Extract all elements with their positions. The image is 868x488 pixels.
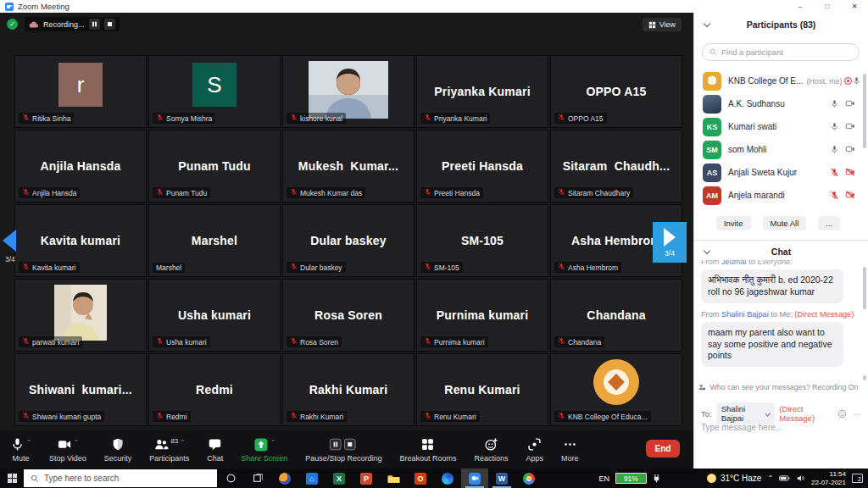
- language-indicator[interactable]: EN: [598, 474, 609, 483]
- video-tile[interactable]: Kavita kumari Kavita kumari: [14, 204, 147, 277]
- more-options-button[interactable]: ...: [818, 216, 840, 230]
- participant-row[interactable]: KNB College Of E...(Host, me): [694, 69, 862, 92]
- taskbar-zoom-icon[interactable]: [461, 469, 488, 488]
- end-meeting-button[interactable]: End: [646, 440, 680, 458]
- video-tile[interactable]: Renu Kumari Renu Kumari: [416, 353, 548, 426]
- muted-mic-icon: [290, 188, 298, 197]
- taskbar-chrome-icon[interactable]: [515, 469, 542, 488]
- chat-scrollbar-dot[interactable]: [863, 375, 866, 380]
- video-tile[interactable]: kishore kunal: [282, 55, 415, 128]
- taskbar-store-icon[interactable]: ⌂: [298, 469, 326, 488]
- taskbar-file-explorer-icon[interactable]: [380, 469, 407, 488]
- participants-scrollbar[interactable]: [863, 74, 866, 148]
- video-tile[interactable]: Priyanka Kumari Priyanka Kumari: [416, 55, 548, 128]
- toolbar-share-screen-button[interactable]: ⌃Share Screen: [241, 437, 287, 463]
- toolbar-apps-button[interactable]: Apps: [526, 437, 543, 463]
- muted-mic-icon: [290, 114, 298, 123]
- chat-sender: Jeumai: [721, 260, 747, 266]
- participant-row[interactable]: A.K. Sudhansu: [694, 92, 862, 115]
- invite-button[interactable]: Invite: [716, 216, 751, 230]
- chevron-up-icon[interactable]: ⌃: [74, 439, 79, 446]
- maximize-button[interactable]: □: [814, 0, 841, 13]
- video-tile[interactable]: Usha kumari Usha kumari: [148, 279, 281, 352]
- stop-recording-button[interactable]: [104, 19, 115, 30]
- previous-page-arrow[interactable]: [3, 230, 16, 252]
- video-tile[interactable]: KNB College Of Educa...: [550, 353, 682, 426]
- participant-row[interactable]: ASAnjali Sweta Kujur: [694, 161, 862, 184]
- encryption-shield-icon[interactable]: ✓: [7, 19, 18, 30]
- video-tile[interactable]: Anjila Hansda Anjila Hansda: [14, 130, 147, 202]
- video-tile[interactable]: Sitaram Chaudh... Sitaram Chaudhary: [550, 130, 682, 202]
- taskbar-word-icon[interactable]: W: [488, 469, 515, 488]
- notification-icon[interactable]: 2: [852, 474, 863, 483]
- hidden-icons-chevron[interactable]: ⌃: [767, 474, 773, 482]
- video-tile[interactable]: S Somya Mishra: [148, 55, 281, 128]
- taskbar-edge-icon[interactable]: [434, 469, 461, 488]
- video-tile[interactable]: OPPO A15 OPPO A15: [550, 55, 682, 128]
- power-plug-icon: [653, 474, 660, 483]
- participant-row[interactable]: [694, 207, 862, 208]
- muted-mic-icon: [156, 188, 164, 197]
- chat-more-icon[interactable]: ⋯: [854, 409, 863, 419]
- video-tile[interactable]: Mukesh Kumar... Mukesh Kumar das: [282, 130, 415, 202]
- participant-row[interactable]: AMAnjela marandi: [694, 184, 862, 207]
- video-tile[interactable]: Redmi Redmi: [148, 353, 281, 426]
- chevron-up-icon[interactable]: ⌃: [180, 439, 185, 446]
- video-tile[interactable]: Rakhi Kumari Rakhi Kumari: [282, 353, 415, 426]
- minimize-button[interactable]: –: [787, 0, 814, 13]
- taskbar-powerpoint-icon[interactable]: P: [353, 469, 380, 488]
- emoji-icon[interactable]: [837, 409, 847, 419]
- toolbar-participants-button[interactable]: 83⌃Participants: [149, 437, 189, 463]
- video-tile[interactable]: Purnima kumari Purnima kumari: [416, 279, 548, 352]
- taskbar-media-player-icon[interactable]: [271, 469, 298, 488]
- next-page-arrow[interactable]: 3/4: [653, 222, 687, 263]
- video-tile[interactable]: Shiwani kumari... Shiwani kumari gupta: [14, 353, 147, 426]
- taskbar-office-icon[interactable]: O: [407, 469, 434, 488]
- taskbar-excel-icon[interactable]: X: [326, 469, 353, 488]
- pause-recording-button[interactable]: [89, 19, 100, 30]
- security-icon: [111, 437, 125, 453]
- toolbar-chat-button[interactable]: Chat: [207, 437, 223, 463]
- video-tile[interactable]: SM-105 SM-105: [416, 204, 548, 277]
- pause-stop-recording-icon: [329, 437, 358, 453]
- chat-input[interactable]: Type message here...: [701, 423, 782, 432]
- toolbar-more-button[interactable]: More: [561, 437, 579, 463]
- start-button[interactable]: [0, 469, 24, 488]
- video-tile[interactable]: MarshelMarshel: [148, 204, 281, 277]
- taskbar-task-view-icon[interactable]: [244, 469, 271, 488]
- taskbar-clock[interactable]: 11:54 22-07-2021: [811, 470, 846, 487]
- tile-name-label: Rosa Soren: [287, 336, 342, 347]
- chevron-up-icon[interactable]: ⌃: [270, 439, 275, 446]
- tile-name-label: Priyanka Kumari: [420, 113, 490, 124]
- taskbar-cortana-icon[interactable]: [217, 469, 244, 488]
- participant-search-input[interactable]: Find a participant: [702, 43, 860, 61]
- toolbar-reactions-button[interactable]: Reactions: [474, 437, 508, 463]
- mute-icon: [10, 437, 25, 453]
- video-tile[interactable]: Preeti Hansda Preeti Hansda: [416, 130, 548, 202]
- battery-percentage[interactable]: 91%: [615, 473, 647, 484]
- video-tile[interactable]: Punam Tudu Punam Tudu: [148, 130, 281, 202]
- participant-row[interactable]: KSKumari swati: [694, 115, 862, 138]
- video-tile[interactable]: parwati kumari: [14, 279, 147, 352]
- toolbar-stop-video-button[interactable]: ⌃Stop Video: [49, 437, 86, 463]
- recipient-selector[interactable]: Shalini Bajpai: [716, 402, 776, 424]
- battery-icon[interactable]: [779, 474, 790, 482]
- view-button[interactable]: View: [643, 18, 682, 31]
- video-tile[interactable]: r Ritika Sinha: [14, 55, 147, 128]
- weather-widget[interactable]: 31°C Haze: [707, 474, 761, 483]
- close-button[interactable]: ✕: [841, 0, 868, 13]
- chevron-up-icon[interactable]: ⌃: [26, 439, 31, 446]
- toolbar-breakout-rooms-button[interactable]: Breakout Rooms: [399, 437, 456, 463]
- taskbar-search-input[interactable]: Type here to search: [24, 469, 217, 487]
- toolbar-security-button[interactable]: Security: [104, 437, 132, 463]
- zoom-app-icon: [5, 3, 14, 11]
- video-tile[interactable]: Rosa Soren Rosa Soren: [282, 279, 415, 352]
- video-tile[interactable]: Dular baskey Dular baskey: [282, 204, 415, 277]
- video-tile[interactable]: Chandana Chandana: [550, 279, 682, 352]
- toolbar-mute-button[interactable]: ⌃Mute: [10, 437, 31, 463]
- speaker-icon[interactable]: [796, 474, 805, 483]
- chat-scrollbar[interactable]: [863, 267, 866, 309]
- participant-row[interactable]: SMsom Mohli: [694, 138, 862, 161]
- toolbar-pause-stop-recording-button[interactable]: Pause/Stop Recording: [305, 437, 381, 463]
- mute-all-button[interactable]: Mute All: [763, 216, 807, 230]
